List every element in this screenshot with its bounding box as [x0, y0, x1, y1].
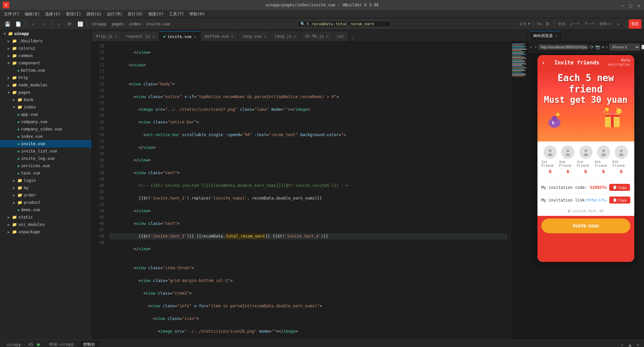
case-sensitive-btn[interactable]: Aa [536, 19, 543, 29]
new-window-btn[interactable]: ⬜ [641, 42, 644, 52]
device-selector[interactable]: iPhone X iPhone 6/7/8 iPad [609, 44, 640, 50]
sidebar-item-index[interactable]: ▼ 📁 index [0, 103, 92, 111]
bookmark-icon[interactable]: ☆ [54, 19, 63, 29]
sidebar-item-colorui[interactable]: ▶ 📁 colorui [0, 45, 92, 52]
copy-link-btn[interactable]: 📋 Copy [609, 197, 630, 204]
tab-close-icon[interactable]: ✕ [555, 33, 557, 39]
menu-item-帮助h[interactable]: 帮助(H) [187, 10, 207, 18]
sidebar-item-static[interactable]: ▶ 📁 static [0, 214, 92, 221]
maximize-btn[interactable]: □ [629, 3, 633, 7]
select-all-btn[interactable]: 全选 [556, 19, 567, 29]
sidebar-item-pages[interactable]: ▼ 📁 pages [0, 89, 92, 96]
back-btn[interactable]: ‹ [541, 58, 546, 67]
menu-item-视图v[interactable]: 视图(V) [146, 10, 166, 18]
tab-lang-vue[interactable]: lang.vue ✕ [238, 31, 271, 41]
preview-refresh-btn[interactable]: ⟳ [590, 42, 594, 52]
code-content[interactable]: </view> </view> <view class="body"> <vie… [107, 42, 510, 340]
sidebar-item-uni-modules[interactable]: ▶ 📁 uni_modules [0, 221, 92, 228]
menu-item-工具t[interactable]: 工具(T) [166, 10, 187, 18]
menu-item-查找i[interactable]: 查找(I) [63, 10, 84, 18]
sidebar-item-bank[interactable]: ▶ 📁 bank [0, 96, 92, 103]
tab-request-js[interactable]: request.js ✕ [122, 31, 159, 41]
prev-btn[interactable]: 上一个 [568, 19, 582, 29]
tab-lang-js[interactable]: lang.js ✕ [271, 31, 301, 41]
external-link-btn[interactable]: ↗ [606, 42, 608, 52]
sidebar-item-bottom-vue[interactable]: ◆ bottom.vue [0, 67, 92, 74]
sidebar-item-invite-log-vue[interactable]: ◆ invite_log.vue [0, 155, 92, 162]
copy-code-btn[interactable]: 📋 Copy [609, 184, 630, 191]
sidebar-root[interactable]: ▼ 📁 uinapp [0, 30, 92, 37]
tab-close-icon[interactable]: ✕ [152, 34, 155, 39]
terminal-tab-console[interactable]: 控制台 [79, 341, 99, 347]
menu-item-运行r[interactable]: 运行(R) [104, 10, 125, 18]
view-icon[interactable]: ⬜ [75, 19, 85, 29]
preview-url-input[interactable] [538, 44, 589, 50]
sidebar-item-common[interactable]: ▶ 📁 common [0, 52, 92, 59]
sidebar-item-order[interactable]: ▶ 📁 order [0, 192, 92, 199]
sidebar-item-services-vue[interactable]: ◆ services.vue [0, 162, 92, 169]
menu-item-发行u[interactable]: 发行(U) [125, 10, 146, 18]
terminal-max-btn[interactable]: ▲ [627, 341, 633, 347]
folder-label: colorui [18, 46, 35, 51]
terminal-close-btn[interactable]: ✕ [635, 341, 641, 347]
screenshot-btn[interactable]: 📷 [595, 42, 600, 52]
sidebar-item-my[interactable]: ▶ 📁 my [0, 184, 92, 192]
tab-close-icon[interactable]: ✕ [326, 34, 329, 39]
chinese-btn[interactable]: 案 [544, 19, 551, 29]
tab-close-icon[interactable]: ✕ [231, 34, 233, 39]
sidebar-item-task-vue[interactable]: ◆ task.vue [0, 169, 92, 177]
sidebar-item-hbuilderx[interactable]: ▶ 📁 .hbuilderx [0, 37, 92, 45]
preview-forward-btn[interactable]: › [534, 42, 537, 52]
tab-close-icon[interactable]: ✕ [294, 34, 296, 39]
menu-item-编辑e[interactable]: 编辑(E) [22, 10, 43, 18]
tab-web-browser[interactable]: Web浏览器 ✕ [530, 31, 561, 40]
history-icon[interactable]: ⟳ [65, 19, 74, 29]
more-tabs-btn[interactable]: › [350, 35, 356, 41]
sidebar-item-login[interactable]: ▶ 📁 login [0, 177, 92, 184]
sidebar-item-product[interactable]: ▶ 📁 product [0, 199, 92, 206]
sidebar-item-company-video-vue[interactable]: ◆ company_video.vue [0, 125, 92, 133]
back-icon[interactable]: ‹ [28, 19, 38, 29]
terminal-tab-uinapp[interactable]: 终端-uinapp [45, 341, 78, 347]
bc-file[interactable]: invite.vue [146, 22, 170, 26]
sidebar-item-component[interactable]: ▼ 📁 component [0, 59, 92, 67]
close-btn[interactable]: ✕ [637, 3, 641, 7]
tab-close-icon[interactable]: ✕ [194, 34, 196, 39]
tab-th-th-js[interactable]: th-TH.js ✕ [301, 31, 333, 41]
sidebar-item-company-vue[interactable]: ◆ company.vue [0, 118, 92, 125]
rule-area[interactable]: Rule description [608, 58, 630, 66]
bc-pages[interactable]: pages [112, 22, 124, 26]
terminal-external-btn[interactable]: ↗ [619, 341, 625, 347]
tab-bottom-vue[interactable]: bottom.vue ✕ [201, 31, 238, 41]
tab-cor[interactable]: cor [333, 31, 349, 41]
sidebar-item-invite-vue[interactable]: ◆ invite.vue [0, 140, 92, 147]
close-search-btn[interactable]: ✕ [614, 19, 623, 29]
sidebar-item-index-vue[interactable]: ◆ index.vue [0, 133, 92, 140]
menu-item-跳转g[interactable]: 跳转(G) [84, 10, 105, 18]
code-editor[interactable]: 18 19 20 21 22 23 24 25 26 27 28 29 30 3… [92, 42, 527, 340]
next-btn[interactable]: 下一个 [583, 19, 597, 29]
invite-now-btn[interactable]: Invite now [541, 219, 630, 233]
new-file-icon[interactable]: 📄 [13, 19, 23, 29]
tab-close-icon[interactable]: ✕ [264, 34, 266, 39]
sidebar-item-http[interactable]: ▶ 📁 http [0, 74, 92, 81]
minimize-btn[interactable]: ─ [621, 3, 625, 7]
tab-http-js[interactable]: http.js ✕ [92, 31, 122, 41]
save-icon[interactable]: 💾 [3, 19, 12, 29]
tab-close-icon[interactable]: ✕ [115, 34, 118, 39]
sidebar-item-app-vue[interactable]: ◆ app.vue [0, 111, 92, 118]
terminal-tab-uinapp-h5[interactable]: uinapp - H5 [3, 342, 44, 347]
sidebar-item-invite-list-vue[interactable]: ◆ invite_list.vue [0, 147, 92, 155]
menu-item-文件f[interactable]: 文件(F) [1, 10, 22, 18]
menu-item-选择s[interactable]: 选择(S) [42, 10, 63, 18]
replace-btn[interactable]: 替换<< [598, 19, 612, 29]
sidebar-item-unpackage[interactable]: ▶ 📁 unpackage [0, 228, 92, 236]
bc-index[interactable]: index [129, 22, 141, 26]
sidebar-item-node-modules[interactable]: ▶ 📁 node_modules [0, 81, 92, 89]
preview-btn[interactable]: 预览 [629, 19, 641, 29]
preview-back-btn[interactable]: ‹ [529, 42, 533, 52]
sidebar-item-demo-vue[interactable]: ◆ demo.vue [0, 206, 92, 214]
tab-invite-vue[interactable]: ◆ invite.vue ✕ [159, 31, 201, 41]
forward-icon[interactable]: › [39, 19, 48, 29]
devtools-btn[interactable]: ⚙ [602, 42, 604, 52]
